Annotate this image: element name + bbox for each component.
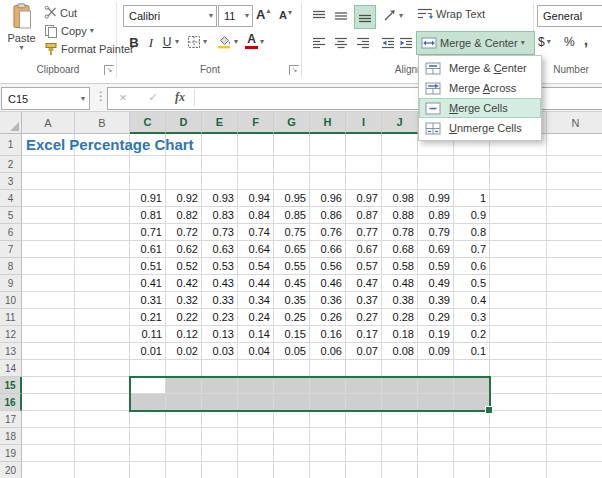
row-header-10[interactable]: 10 [0,292,22,309]
cell-I9[interactable]: 0.47 [346,275,382,292]
cell-E18[interactable] [202,428,238,445]
cell-N20[interactable] [547,462,602,478]
cell-N16[interactable] [547,394,602,411]
cell-G2[interactable] [274,156,310,173]
cell-F11[interactable]: 0.24 [238,309,274,326]
cell-C17[interactable] [130,411,166,428]
cell-E9[interactable]: 0.43 [202,275,238,292]
column-header-G[interactable]: G [274,112,310,134]
cell-A8[interactable] [22,258,75,275]
cell-I19[interactable] [346,445,382,462]
cell-E12[interactable]: 0.13 [202,326,238,343]
cell-M4[interactable] [490,190,547,207]
cell-B5[interactable] [75,207,130,224]
align-bottom-button[interactable] [354,5,376,29]
cell-D4[interactable]: 0.92 [166,190,202,207]
cell-H1[interactable] [310,134,346,156]
cell-M14[interactable] [490,360,547,377]
cell-F12[interactable]: 0.14 [238,326,274,343]
column-header-J[interactable]: J [382,112,418,134]
cell-K11[interactable]: 0.29 [418,309,454,326]
cell-C5[interactable]: 0.81 [130,207,166,224]
cell-L14[interactable] [454,360,490,377]
cell-D20[interactable] [166,462,202,478]
cell-I17[interactable] [346,411,382,428]
row-header-14[interactable]: 14 [0,360,22,377]
cell-A4[interactable] [22,190,75,207]
cell-N4[interactable] [547,190,602,207]
cell-N18[interactable] [547,428,602,445]
cell-L11[interactable]: 0.3 [454,309,490,326]
merge-center-button[interactable]: Merge & Center ▾ [416,31,535,55]
cell-K5[interactable]: 0.89 [418,207,454,224]
cell-N1[interactable] [547,134,602,156]
cell-A2[interactable] [22,156,75,173]
align-left-button[interactable] [311,35,327,51]
cell-J12[interactable]: 0.18 [382,326,418,343]
cell-F13[interactable]: 0.04 [238,343,274,360]
menu-item-merge-across[interactable]: Merge Across [419,78,541,98]
cell-C19[interactable] [130,445,166,462]
cell-I11[interactable]: 0.27 [346,309,382,326]
cell-A3[interactable] [22,173,75,190]
cell-I18[interactable] [346,428,382,445]
cell-L10[interactable]: 0.4 [454,292,490,309]
name-box[interactable]: C15 ▾ [1,87,90,110]
cell-B9[interactable] [75,275,130,292]
cell-A15[interactable] [22,377,75,394]
cell-H4[interactable]: 0.96 [310,190,346,207]
cell-A12[interactable] [22,326,75,343]
cell-G7[interactable]: 0.65 [274,241,310,258]
row-header-6[interactable]: 6 [0,224,22,241]
cell-L3[interactable] [454,173,490,190]
cell-L9[interactable]: 0.5 [454,275,490,292]
clipboard-dialog-launcher[interactable]: ↘ [104,65,114,75]
cell-B20[interactable] [75,462,130,478]
cell-D17[interactable] [166,411,202,428]
cell-A19[interactable] [22,445,75,462]
number-format-combobox[interactable]: General [537,5,602,27]
row-header-15[interactable]: 15 [0,377,22,394]
cell-L13[interactable]: 0.1 [454,343,490,360]
cell-E7[interactable]: 0.63 [202,241,238,258]
cell-M15[interactable] [490,377,547,394]
cell-K18[interactable] [418,428,454,445]
cell-K8[interactable]: 0.59 [418,258,454,275]
cell-N12[interactable] [547,326,602,343]
cell-I10[interactable]: 0.37 [346,292,382,309]
cell-H17[interactable] [310,411,346,428]
cell-H11[interactable]: 0.26 [310,309,346,326]
cell-D2[interactable] [166,156,202,173]
column-header-C[interactable]: C [130,112,166,134]
italic-button[interactable]: I [145,35,157,51]
cell-D1[interactable] [166,134,202,156]
cell-J14[interactable] [382,360,418,377]
cell-E20[interactable] [202,462,238,478]
cell-D11[interactable]: 0.22 [166,309,202,326]
cell-K3[interactable] [418,173,454,190]
cell-K2[interactable] [418,156,454,173]
cell-M11[interactable] [490,309,547,326]
cell-N8[interactable] [547,258,602,275]
cell-G10[interactable]: 0.35 [274,292,310,309]
cell-C4[interactable]: 0.91 [130,190,166,207]
row-header-11[interactable]: 11 [0,309,22,326]
row-header-20[interactable]: 20 [0,462,22,478]
cell-J20[interactable] [382,462,418,478]
menu-item-merge-center[interactable]: Merge & Center [419,58,541,78]
cell-A18[interactable] [22,428,75,445]
cell-D10[interactable]: 0.32 [166,292,202,309]
cell-K9[interactable]: 0.49 [418,275,454,292]
enter-button[interactable]: ✓ [146,88,160,107]
cell-H19[interactable] [310,445,346,462]
cell-H13[interactable]: 0.06 [310,343,346,360]
cell-L8[interactable]: 0.6 [454,258,490,275]
cell-D18[interactable] [166,428,202,445]
column-header-B[interactable]: B [75,112,130,134]
grow-font-button[interactable]: A ▴ [256,7,270,22]
cell-C15[interactable] [130,377,166,394]
cell-E8[interactable]: 0.53 [202,258,238,275]
cell-F10[interactable]: 0.34 [238,292,274,309]
cell-K12[interactable]: 0.19 [418,326,454,343]
cell-G1[interactable] [274,134,310,156]
